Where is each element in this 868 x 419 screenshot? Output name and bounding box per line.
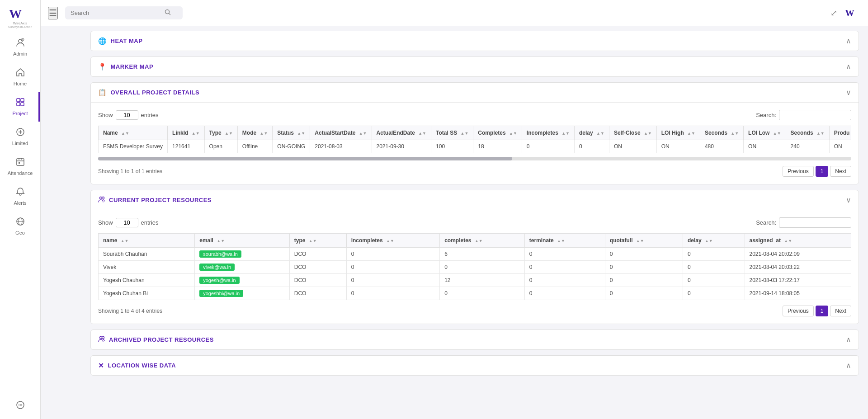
- alerts-icon: [15, 187, 25, 199]
- res-col-delay[interactable]: delay ▲▼: [683, 234, 745, 248]
- show-entries-overall: Show entries: [98, 110, 159, 120]
- search-label-current: Search:: [756, 217, 851, 228]
- heat-map-section: 🌐 Heat Map ∧: [90, 31, 859, 51]
- svg-point-22: [102, 337, 104, 339]
- sidebar-item-more[interactable]: [0, 395, 40, 419]
- overall-project-pagination: Showing 1 to 1 of 1 entries Previous 1 N…: [98, 166, 851, 177]
- col-mode[interactable]: Mode ▲▼: [237, 126, 273, 140]
- svg-text:W: W: [9, 7, 22, 21]
- current-resources-table: name ▲▼ email ▲▼ type ▲▼ incompletes ▲▼ …: [98, 233, 851, 300]
- col-produ[interactable]: Produ ▲▼: [829, 126, 851, 140]
- res-col-incompletes[interactable]: incompletes ▲▼: [346, 234, 440, 248]
- col-self-close[interactable]: Self-Close ▲▼: [609, 126, 656, 140]
- res-col-terminate[interactable]: terminate ▲▼: [524, 234, 605, 248]
- overall-project-table-controls: Show entries Search:: [98, 110, 851, 120]
- project-icon: [15, 97, 25, 109]
- topbar-logo: W: [844, 6, 861, 20]
- home-icon: [15, 67, 25, 80]
- current-resources-table-header-row: name ▲▼ email ▲▼ type ▲▼ incompletes ▲▼ …: [99, 234, 851, 248]
- res-col-name[interactable]: name ▲▼: [99, 234, 195, 248]
- col-total-ss[interactable]: Total SS ▲▼: [431, 126, 473, 140]
- search-input[interactable]: [71, 9, 161, 16]
- sidebar-item-geo-label: Geo: [15, 230, 25, 235]
- marker-map-section: 📍 Marker Map ∧: [90, 56, 859, 77]
- current-page-1-button[interactable]: 1: [816, 306, 829, 316]
- heat-map-icon: 🌐: [98, 37, 107, 45]
- col-name[interactable]: Name ▲▼: [99, 126, 168, 140]
- col-type[interactable]: Type ▲▼: [204, 126, 237, 140]
- admin-icon: ⚙: [15, 38, 25, 50]
- overall-page-1-button[interactable]: 1: [816, 166, 829, 177]
- geo-icon: [15, 217, 25, 229]
- limited-icon: [15, 127, 25, 139]
- overall-prev-button[interactable]: Previous: [783, 166, 814, 177]
- current-next-button[interactable]: Next: [830, 306, 851, 316]
- col-status[interactable]: Status ▲▼: [273, 126, 310, 140]
- sidebar-item-home[interactable]: Home: [0, 62, 40, 92]
- svg-rect-7: [21, 103, 24, 106]
- search-input-current[interactable]: [779, 217, 851, 228]
- svg-text:W: W: [845, 8, 854, 18]
- svg-point-19: [100, 197, 102, 199]
- archived-resources-header[interactable]: ARCHIVED PROJECT RESOURCES ∧: [91, 330, 859, 349]
- sidebar-item-project[interactable]: Project: [0, 92, 40, 122]
- svg-point-16: [21, 405, 22, 405]
- entries-input-overall[interactable]: [116, 110, 138, 120]
- location-wise-icon: ✕: [98, 362, 104, 370]
- svg-rect-4: [17, 99, 20, 102]
- sidebar-item-home-label: Home: [14, 81, 27, 86]
- svg-point-15: [19, 405, 20, 405]
- marker-map-icon: 📍: [98, 63, 107, 71]
- overall-project-table: Name ▲▼ LinkId ▲▼ Type ▲▼ Mode ▲▼ Status…: [98, 126, 851, 153]
- sidebar-item-alerts[interactable]: Alerts: [0, 181, 40, 211]
- archived-resources-section: ARCHIVED PROJECT RESOURCES ∧: [90, 330, 859, 350]
- overall-project-header[interactable]: 📋 OVERALL PROJECT DETAILS ∨: [91, 83, 859, 103]
- col-loi-low[interactable]: LOI Low ▲▼: [744, 126, 786, 140]
- current-resources-header[interactable]: CURRENT PROJECT RESOURCES ∨: [91, 190, 859, 210]
- current-resources-section: CURRENT PROJECT RESOURCES ∨ Show entries…: [90, 190, 859, 324]
- col-loi-high[interactable]: LOI High ▲▼: [656, 126, 700, 140]
- svg-rect-9: [17, 159, 24, 165]
- res-col-type[interactable]: type ▲▼: [289, 234, 346, 248]
- current-resources-table-scroll: name ▲▼ email ▲▼ type ▲▼ incompletes ▲▼ …: [98, 233, 851, 300]
- sidebar-item-admin[interactable]: ⚙ Admin: [0, 32, 40, 62]
- res-col-quotafull[interactable]: quotafull ▲▼: [605, 234, 683, 248]
- res-col-completes[interactable]: completes ▲▼: [440, 234, 525, 248]
- sidebar-item-attendance[interactable]: Attendance: [0, 151, 40, 181]
- col-seconds-high[interactable]: Seconds ▲▼: [700, 126, 743, 140]
- current-showing-text: Showing 1 to 4 of 4 entries: [98, 308, 162, 314]
- table-row: FSMS Developer Survey121641OpenOfflineON…: [99, 140, 852, 153]
- col-seconds-low[interactable]: Seconds ▲▼: [786, 126, 829, 140]
- table-row: Sourabh Chauhansourabh@wa.inDCO060002021…: [99, 248, 851, 261]
- marker-map-header[interactable]: 📍 Marker Map ∧: [91, 57, 859, 76]
- overall-project-table-section: Show entries Search: Name ▲▼ LinkId ▲▼ T…: [91, 103, 859, 184]
- sidebar-item-admin-label: Admin: [13, 51, 27, 56]
- location-wise-header[interactable]: ✕ Location Wise Data ∧: [91, 356, 859, 375]
- expand-icon[interactable]: ⤢: [830, 8, 837, 18]
- col-actual-start[interactable]: ActualStartDate ▲▼: [310, 126, 372, 140]
- col-incompletes[interactable]: Incompletes ▲▼: [522, 126, 574, 140]
- menu-button[interactable]: ☰: [48, 7, 58, 19]
- res-col-assigned-at[interactable]: assigned_at ▲▼: [745, 234, 851, 248]
- overall-project-scrollbar[interactable]: [98, 157, 851, 160]
- overall-project-title: 📋 OVERALL PROJECT DETAILS: [98, 89, 199, 97]
- svg-point-21: [100, 337, 102, 339]
- archived-resources-title: ARCHIVED PROJECT RESOURCES: [98, 335, 214, 344]
- current-resources-table-body: Sourabh Chauhansourabh@wa.inDCO060002021…: [99, 248, 851, 300]
- location-wise-section: ✕ Location Wise Data ∧: [90, 355, 859, 376]
- overall-next-button[interactable]: Next: [830, 166, 851, 177]
- entries-input-current[interactable]: [116, 218, 138, 227]
- search-input-overall[interactable]: [779, 110, 851, 120]
- sidebar-item-limited[interactable]: Limited: [0, 122, 40, 151]
- col-delay[interactable]: delay ▲▼: [575, 126, 609, 140]
- heat-map-header[interactable]: 🌐 Heat Map ∧: [91, 31, 859, 51]
- overall-project-table-body: FSMS Developer Survey121641OpenOfflineON…: [99, 140, 852, 153]
- col-completes[interactable]: Completes ▲▼: [473, 126, 522, 140]
- sidebar-item-geo[interactable]: Geo: [0, 211, 40, 241]
- col-actual-end[interactable]: ActualEndDate ▲▼: [372, 126, 431, 140]
- res-col-email[interactable]: email ▲▼: [195, 234, 290, 248]
- heat-map-chevron: ∧: [846, 37, 851, 45]
- current-resources-pagination: Showing 1 to 4 of 4 entries Previous 1 N…: [98, 306, 851, 316]
- col-linkid[interactable]: LinkId ▲▼: [168, 126, 205, 140]
- current-prev-button[interactable]: Previous: [783, 306, 814, 316]
